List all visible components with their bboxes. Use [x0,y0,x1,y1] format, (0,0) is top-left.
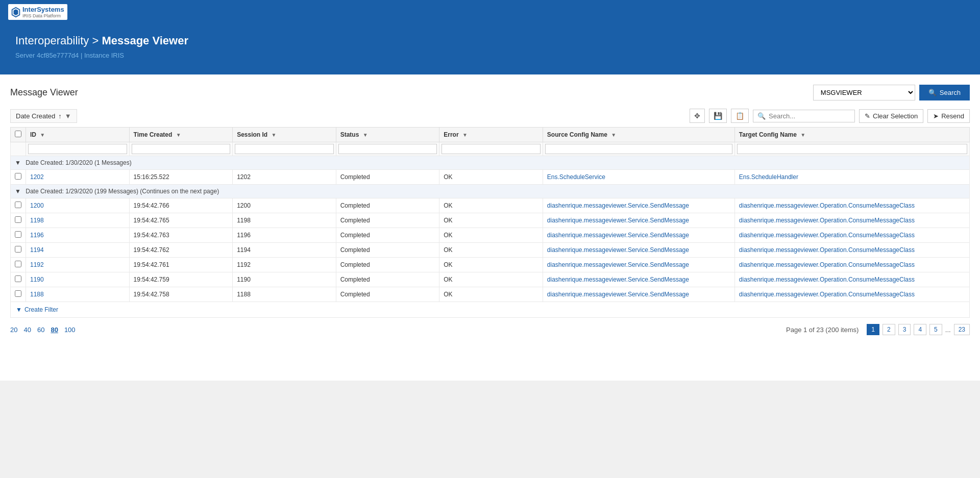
create-filter-button[interactable]: ▼ Create Filter [16,306,58,313]
row-checkbox[interactable] [15,261,21,267]
search-input[interactable] [769,112,850,120]
clear-sel-label: Clear Selection [873,112,918,120]
page-size-20[interactable]: 20 [10,326,17,334]
instance-value: IRIS [111,52,124,59]
row-source-link[interactable]: diashenrique.messageviewer.Service.SendM… [547,291,689,298]
th-checkbox [11,128,26,142]
error-filter-icon[interactable]: ▼ [462,132,468,138]
row-source-link[interactable]: diashenrique.messageviewer.Service.SendM… [547,276,689,283]
row-checkbox[interactable] [15,202,21,208]
target-config-filter-icon[interactable]: ▼ [800,132,805,138]
row-session-cell: 1190 [233,272,336,287]
row-id-link[interactable]: 1198 [30,217,44,224]
row-source-link[interactable]: diashenrique.messageviewer.Service.SendM… [547,261,689,268]
svg-marker-2 [14,9,18,15]
row-source-link[interactable]: diashenrique.messageviewer.Service.SendM… [547,217,689,224]
copy-icon-button[interactable]: 📋 [731,109,749,123]
logo-sub: IRIS Data Platform [22,13,64,18]
time-created-filter-icon[interactable]: ▼ [176,132,181,138]
resend-button[interactable]: ➤ Resend [927,109,970,123]
page-size-60[interactable]: 60 [37,326,44,334]
row-checkbox[interactable] [15,231,21,238]
row-target-link[interactable]: diashenrique.messageviewer.Operation.Con… [739,276,915,283]
logo-area: InterSystems IRIS Data Platform [8,4,67,20]
source-config-filter-icon[interactable]: ▼ [611,132,616,138]
session-id-filter-icon[interactable]: ▼ [272,132,277,138]
page-4-button[interactable]: 4 [914,324,926,335]
page-nav: Page 1 of 23 (200 items) 1 2 3 4 5 ... 2… [786,324,970,335]
row-id-link[interactable]: 1188 [30,291,44,298]
table-body: ▼ Date Created: 1/30/2020 (1 Messages) 1… [11,156,970,302]
clear-selection-button[interactable]: ✎ Clear Selection [859,109,923,123]
row-checkbox[interactable] [15,216,21,223]
row-id-link[interactable]: 1202 [30,173,44,181]
row-error-cell: OK [439,258,543,272]
collapse-icon[interactable]: ▼ [15,188,21,195]
page-2-button[interactable]: 2 [883,324,895,335]
row-id-link[interactable]: 1194 [30,246,44,254]
filter-target-col [734,142,969,156]
row-checkbox[interactable] [15,290,21,297]
page-size-80[interactable]: 80 [51,326,58,334]
row-session-cell: 1196 [233,228,336,243]
filter-session-input[interactable] [235,144,334,154]
filter-error-input[interactable] [442,144,541,154]
row-target-link[interactable]: diashenrique.messageviewer.Operation.Con… [739,202,915,209]
row-session-cell: 1202 [233,170,336,185]
filter-time-input[interactable] [132,144,231,154]
filter-session-col [233,142,336,156]
collapse-icon[interactable]: ▼ [15,159,21,166]
page-last-button[interactable]: 23 [954,324,970,335]
row-id-link[interactable]: 1196 [30,232,44,239]
row-id-link[interactable]: 1190 [30,276,44,283]
row-target-link[interactable]: diashenrique.messageviewer.Operation.Con… [739,217,915,224]
row-source-link[interactable]: Ens.ScheduleService [547,173,605,181]
table-header-row: ID ▼ Time Created ▼ Session Id ▼ Status … [11,128,970,142]
row-source-cell: diashenrique.messageviewer.Service.SendM… [543,213,734,228]
search-icon: 🔍 [928,89,937,96]
namespace-select[interactable]: MSGVIEWER [813,85,915,100]
expand-icon-button[interactable]: ✥ [690,109,705,123]
row-source-link[interactable]: diashenrique.messageviewer.Service.SendM… [547,202,689,209]
row-time-cell: 19:54:42.762 [129,243,233,258]
filter-source-col [543,142,734,156]
row-checkbox[interactable] [15,275,21,282]
filter-id-input[interactable] [28,144,127,154]
row-session-cell: 1198 [233,213,336,228]
row-id-link[interactable]: 1192 [30,261,44,268]
row-source-link[interactable]: diashenrique.messageviewer.Service.SendM… [547,246,689,254]
page-1-button[interactable]: 1 [867,324,879,335]
page-size-100[interactable]: 100 [64,326,76,334]
row-session-cell: 1200 [233,198,336,213]
row-target-link[interactable]: diashenrique.messageviewer.Operation.Con… [739,246,915,254]
row-id-link[interactable]: 1200 [30,202,44,209]
search-button-label: Search [940,89,961,96]
row-source-cell: diashenrique.messageviewer.Service.SendM… [543,198,734,213]
filter-status-input[interactable] [338,144,437,154]
id-filter-icon[interactable]: ▼ [40,132,45,138]
filter-target-input[interactable] [737,144,967,154]
row-checkbox-cell [11,213,26,228]
select-all-checkbox[interactable] [15,131,21,137]
row-target-cell: Ens.ScheduleHandler [734,170,969,185]
page-5-button[interactable]: 5 [929,324,942,335]
row-source-link[interactable]: diashenrique.messageviewer.Service.SendM… [547,232,689,239]
page-size-40[interactable]: 40 [23,326,31,334]
server-info: Server 4cf85e7777d4 | Instance IRIS [15,52,965,59]
row-target-link[interactable]: diashenrique.messageviewer.Operation.Con… [739,261,915,268]
page-3-button[interactable]: 3 [898,324,911,335]
row-status-cell: Completed [336,213,439,228]
row-target-link[interactable]: Ens.ScheduleHandler [739,173,798,181]
logo-box: InterSystems IRIS Data Platform [8,4,67,20]
status-filter-icon[interactable]: ▼ [363,132,368,138]
row-checkbox[interactable] [15,246,21,253]
row-checkbox[interactable] [15,173,21,180]
row-target-link[interactable]: diashenrique.messageviewer.Operation.Con… [739,291,915,298]
row-target-link[interactable]: diashenrique.messageviewer.Operation.Con… [739,232,915,239]
export-icon-button[interactable]: 💾 [709,109,727,123]
filter-source-input[interactable] [545,144,732,154]
row-time-cell: 19:54:42.761 [129,258,233,272]
sort-filter-icon[interactable]: ▼ [65,112,71,120]
group-row-cell: ▼ Date Created: 1/30/2020 (1 Messages) [11,156,970,170]
search-button[interactable]: 🔍 Search [919,85,970,100]
